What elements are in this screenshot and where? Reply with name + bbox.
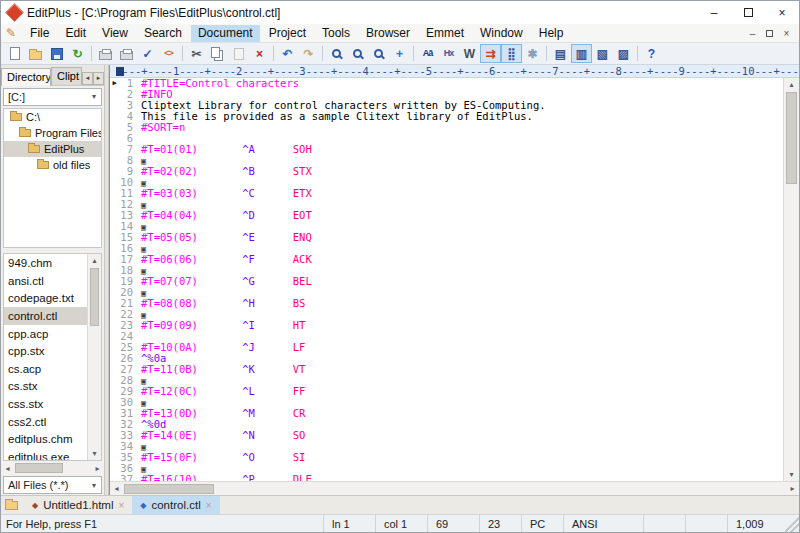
open-file-icon[interactable] bbox=[25, 44, 46, 63]
menu-edit[interactable]: Edit bbox=[58, 25, 93, 42]
show-marks-icon[interactable]: ⇉ bbox=[480, 44, 501, 63]
output-window-icon[interactable]: ▧ bbox=[592, 44, 613, 63]
restore-icon bbox=[766, 30, 773, 37]
tab-scroll-right-icon[interactable]: ▸ bbox=[93, 72, 104, 85]
print-icon[interactable] bbox=[116, 44, 137, 63]
mdi-restore-button[interactable] bbox=[761, 26, 778, 40]
menu-help[interactable]: Help bbox=[532, 25, 571, 42]
file-item-cs-stx[interactable]: cs.stx bbox=[4, 378, 87, 396]
menu-view[interactable]: View bbox=[95, 25, 135, 42]
editor-line: 11#T=03(03) ^C ETX bbox=[110, 188, 783, 199]
file-item-cpp-acp[interactable]: cpp.acp bbox=[4, 325, 87, 343]
scroll-up-icon[interactable]: ▴ bbox=[88, 254, 101, 267]
file-list-hscrollbar[interactable]: ◂ ▸ bbox=[1, 461, 104, 475]
menu-tools[interactable]: Tools bbox=[315, 25, 357, 42]
menu-project[interactable]: Project bbox=[262, 25, 313, 42]
file-item-codepage-txt[interactable]: codepage.txt bbox=[4, 290, 87, 308]
file-item-editplus-exe[interactable]: editplus.exe bbox=[4, 448, 87, 460]
save-icon[interactable] bbox=[46, 44, 67, 63]
word-wrap-icon[interactable]: W bbox=[459, 44, 480, 63]
menu-emmet[interactable]: Emmet bbox=[419, 25, 471, 42]
editor-line: 37#T=16(10) ^P DLE bbox=[110, 474, 783, 481]
editor-vscroll-thumb[interactable] bbox=[786, 92, 797, 184]
menu-search[interactable]: Search bbox=[137, 25, 189, 42]
reload-icon[interactable]: ↻ bbox=[67, 44, 88, 63]
tree-item-editplus[interactable]: EditPlus bbox=[4, 141, 101, 157]
menu-window[interactable]: Window bbox=[473, 25, 530, 42]
file-item-css2-ctl[interactable]: css2.ctl bbox=[4, 413, 87, 431]
scroll-left-icon[interactable]: ◂ bbox=[1, 461, 14, 475]
documents-folder-icon[interactable] bbox=[5, 501, 18, 510]
tab-directory[interactable]: Directory bbox=[1, 68, 51, 86]
doc-tab-untitled1-html[interactable]: ◆Untitled1.html× bbox=[24, 496, 132, 514]
file-item-cpp-stx[interactable]: cpp.stx bbox=[4, 342, 87, 360]
tree-item-old-files[interactable]: old files bbox=[4, 157, 101, 173]
redo-icon[interactable]: ↷ bbox=[298, 44, 319, 63]
tree-item-c-[interactable]: C:\ bbox=[4, 109, 101, 125]
scroll-right-icon[interactable]: ▸ bbox=[786, 482, 799, 496]
cliptext-window-icon[interactable]: ▥ bbox=[571, 44, 592, 63]
drive-select[interactable]: [C:] ▾ bbox=[3, 88, 102, 107]
scroll-up-icon[interactable]: ▴ bbox=[784, 78, 799, 91]
mdi-close-button[interactable]: × bbox=[778, 26, 795, 40]
code-segment: #T=09(09) bbox=[141, 319, 198, 331]
scroll-down-icon[interactable]: ▾ bbox=[88, 447, 101, 460]
delete-icon[interactable]: × bbox=[249, 44, 270, 63]
scroll-left-icon[interactable]: ◂ bbox=[110, 482, 123, 496]
maximize-button[interactable] bbox=[731, 2, 765, 24]
resize-grip[interactable] bbox=[785, 515, 799, 532]
tree-item-program-files[interactable]: Program Files bbox=[4, 125, 101, 141]
find-in-files-icon[interactable] bbox=[368, 44, 389, 63]
file-list: 949.chmansi.ctlcodepage.txtcontrol.ctlcp… bbox=[3, 253, 102, 461]
file-item-ansi-ctl[interactable]: ansi.ctl bbox=[4, 272, 87, 290]
directory-window-icon[interactable]: ▤ bbox=[550, 44, 571, 63]
close-tab-icon[interactable]: × bbox=[118, 500, 124, 511]
editor-line: 23#T=09(09) ^I HT bbox=[110, 320, 783, 331]
replace-icon[interactable] bbox=[347, 44, 368, 63]
file-item-control-ctl[interactable]: control.ctl bbox=[4, 307, 87, 325]
editor-vscrollbar[interactable]: ▴ ▾ bbox=[783, 78, 799, 481]
undo-icon[interactable]: ↶ bbox=[277, 44, 298, 63]
editor-hscroll-thumb[interactable] bbox=[124, 484, 214, 494]
print-preview-icon[interactable] bbox=[95, 44, 116, 63]
scroll-right-icon[interactable]: ▸ bbox=[91, 461, 104, 475]
file-item-editplus-chm[interactable]: editplus.chm bbox=[4, 430, 87, 448]
html-toolbar-icon[interactable]: <> bbox=[158, 44, 179, 63]
cut-icon[interactable]: ✂ bbox=[186, 44, 207, 63]
close-button[interactable]: × bbox=[765, 2, 799, 24]
file-item-css-stx[interactable]: css.stx bbox=[4, 395, 87, 413]
doc-tab-control-ctl[interactable]: ◆control.ctl× bbox=[132, 496, 219, 514]
close-tab-icon[interactable]: × bbox=[206, 500, 212, 511]
spell-check-icon[interactable]: ✓ bbox=[137, 44, 158, 63]
context-help-icon[interactable]: ? bbox=[641, 44, 662, 63]
new-file-icon[interactable] bbox=[4, 44, 25, 63]
scroll-down-icon[interactable]: ▾ bbox=[784, 468, 799, 481]
change-case-icon[interactable]: Aā bbox=[417, 44, 438, 63]
menu-browser[interactable]: Browser bbox=[359, 25, 417, 42]
file-item-949-chm[interactable]: 949.chm bbox=[4, 254, 87, 272]
find-icon[interactable] bbox=[326, 44, 347, 63]
hex-viewer-icon[interactable]: Hx bbox=[438, 44, 459, 63]
file-list-vscrollbar[interactable]: ▴ ▾ bbox=[87, 254, 101, 460]
settings-gear-icon[interactable]: ✱ bbox=[522, 44, 543, 63]
tab-scroll-left-icon[interactable]: ◂ bbox=[82, 72, 93, 85]
file-item-cs-acp[interactable]: cs.acp bbox=[4, 360, 87, 378]
menu-document[interactable]: Document bbox=[191, 25, 260, 42]
mark-all-icon[interactable]: + bbox=[389, 44, 410, 63]
minimize-button[interactable]: – bbox=[697, 2, 731, 24]
tab-cliptext[interactable]: Clipt bbox=[51, 67, 82, 85]
code-segment bbox=[198, 319, 242, 331]
file-list-hscroll-thumb[interactable] bbox=[15, 463, 63, 473]
delete-icon: × bbox=[256, 48, 263, 60]
file-list-vscroll-thumb[interactable] bbox=[90, 268, 99, 326]
mdi-minimize-button[interactable]: – bbox=[744, 26, 761, 40]
menu-file[interactable]: File bbox=[23, 25, 56, 42]
file-filter-select[interactable]: All Files (*.*) ▾ bbox=[3, 476, 102, 494]
copy-icon[interactable] bbox=[207, 44, 228, 63]
editor-text-area[interactable]: ▶1#TITLE=Control characters2#INFO3Clipte… bbox=[110, 78, 783, 481]
line-numbers-icon[interactable]: ⣿ bbox=[501, 44, 522, 63]
editor-hscrollbar[interactable]: ◂ ▸ bbox=[110, 481, 799, 495]
browser-window-icon[interactable]: ▨ bbox=[613, 44, 634, 63]
toolbar-separator bbox=[91, 46, 92, 61]
paste-icon[interactable] bbox=[228, 44, 249, 63]
